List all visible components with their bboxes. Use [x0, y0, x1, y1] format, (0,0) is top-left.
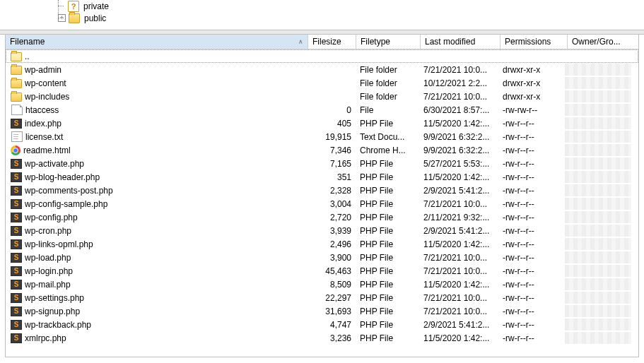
- txt-icon: [11, 131, 23, 142]
- file-owner: [565, 198, 631, 210]
- file-icon: [11, 105, 23, 115]
- file-row[interactable]: wp-includesFile folder7/21/2021 10:0...d…: [6, 90, 638, 103]
- file-row[interactable]: license.txt19,915Text Docu...9/9/2021 6:…: [6, 130, 638, 143]
- file-row[interactable]: wp-blog-header.php351PHP File11/5/2020 1…: [6, 170, 638, 184]
- php-icon: [11, 253, 22, 263]
- file-permissions: -rw-r--r--: [498, 238, 565, 250]
- file-modified: 9/9/2021 6:32:2...: [419, 144, 498, 156]
- directory-tree[interactable]: ? private + public: [0, 0, 644, 30]
- file-row[interactable]: wp-trackback.php4,747PHP File2/9/2021 5:…: [6, 318, 638, 331]
- file-name: wp-includes: [25, 92, 69, 102]
- file-row[interactable]: wp-login.php45,463PHP File7/21/2021 10:0…: [6, 264, 638, 278]
- file-row[interactable]: wp-config.php2,720PHP File2/11/2021 9:32…: [6, 210, 638, 224]
- file-size: 3,236: [308, 332, 356, 344]
- file-name: wp-content: [25, 78, 66, 88]
- file-permissions: -rw-r--r--: [498, 225, 565, 237]
- file-modified: 10/12/2021 2:2...: [419, 77, 498, 89]
- file-permissions: drwxr-xr-x: [498, 77, 565, 89]
- file-name: wp-activate.php: [25, 159, 84, 169]
- file-name: wp-settings.php: [25, 293, 84, 303]
- file-row[interactable]: wp-links-opml.php2,496PHP File11/5/2020 …: [6, 237, 638, 251]
- file-name: wp-signup.php: [25, 307, 80, 316]
- php-icon: [11, 213, 22, 222]
- file-name: wp-trackback.php: [25, 320, 91, 330]
- file-name: license.txt: [25, 132, 63, 142]
- file-owner: [565, 332, 631, 344]
- file-size: 2,720: [308, 211, 356, 223]
- file-type: PHP File: [356, 292, 419, 304]
- file-row[interactable]: wp-activate.php7,165PHP File5/27/2021 5:…: [6, 157, 638, 170]
- file-row[interactable]: wp-cron.php3,939PHP File2/9/2021 5:41:2.…: [6, 224, 638, 237]
- column-filename[interactable]: Filename∧: [6, 35, 308, 49]
- file-owner: [565, 225, 631, 237]
- file-type: Text Docu...: [356, 131, 419, 143]
- file-type: PHP File: [356, 157, 419, 169]
- file-row[interactable]: wp-load.php3,900PHP File7/21/2021 10:0..…: [6, 251, 638, 264]
- file-name: wp-admin: [25, 65, 62, 75]
- file-name: xmlrpc.php: [25, 333, 66, 343]
- sort-asc-icon: ∧: [298, 38, 303, 45]
- file-list-pane: Filename∧ Filesize Filetype Last modifie…: [5, 34, 639, 357]
- file-size: 31,693: [308, 305, 356, 317]
- file-type: PHP File: [356, 198, 419, 210]
- file-type: File: [356, 104, 419, 116]
- file-owner: [565, 144, 631, 156]
- file-list[interactable]: ..wp-adminFile folder7/21/2021 10:0...dr…: [6, 49, 638, 345]
- file-row[interactable]: ..: [6, 49, 638, 63]
- file-modified: 11/5/2020 1:42:...: [419, 278, 498, 290]
- file-size: 351: [308, 171, 356, 183]
- file-row[interactable]: wp-mail.php8,509PHP File11/5/2020 1:42:.…: [6, 278, 638, 291]
- column-permissions[interactable]: Permissions: [500, 35, 568, 49]
- file-type: PHP File: [356, 332, 419, 344]
- file-row[interactable]: wp-signup.php31,693PHP File7/21/2021 10:…: [6, 304, 638, 318]
- file-size: 4,747: [308, 319, 356, 331]
- file-type: PHP File: [356, 278, 419, 290]
- file-row[interactable]: wp-settings.php22,297PHP File7/21/2021 1…: [6, 291, 638, 304]
- file-type: PHP File: [356, 225, 419, 237]
- file-owner: [565, 117, 631, 129]
- file-owner: [565, 278, 631, 290]
- file-permissions: -rw-r--r--: [498, 265, 565, 277]
- file-type: PHP File: [356, 171, 419, 183]
- file-name: wp-load.php: [25, 253, 71, 263]
- file-name: wp-mail.php: [25, 280, 71, 290]
- file-permissions: -rw-r--r--: [498, 292, 565, 304]
- file-permissions: -rw-r--r--: [498, 198, 565, 210]
- file-row[interactable]: wp-contentFile folder10/12/2021 2:2...dr…: [6, 76, 638, 90]
- file-row[interactable]: htaccess0File6/30/2021 8:57:...-rw-rw-r-…: [6, 103, 638, 117]
- column-filesize[interactable]: Filesize: [308, 35, 356, 49]
- file-owner: [565, 157, 631, 169]
- file-permissions: -rw-r--r--: [498, 251, 565, 263]
- column-filetype[interactable]: Filetype: [356, 35, 421, 49]
- file-size: 3,900: [308, 251, 356, 263]
- file-permissions: -rw-r--r--: [498, 117, 565, 129]
- file-name: wp-cron.php: [25, 226, 71, 236]
- file-permissions: -rw-r--r--: [498, 184, 565, 196]
- column-modified[interactable]: Last modified: [421, 35, 500, 49]
- file-size: 405: [308, 117, 356, 129]
- file-size: 2,328: [308, 184, 356, 196]
- file-permissions: -rw-r--r--: [498, 211, 565, 223]
- folder-icon: [69, 13, 80, 23]
- file-modified: 2/11/2021 9:32:...: [419, 211, 498, 223]
- chrome-icon: [11, 145, 21, 155]
- file-row[interactable]: wp-adminFile folder7/21/2021 10:0...drwx…: [6, 63, 638, 76]
- file-type: PHP File: [356, 238, 419, 250]
- file-owner: [565, 50, 631, 62]
- file-name: readme.html: [23, 145, 71, 155]
- file-size: 3,004: [308, 198, 356, 210]
- file-row[interactable]: xmlrpc.php3,236PHP File11/5/2020 1:42:..…: [6, 331, 638, 345]
- tree-item-public[interactable]: public: [83, 13, 107, 23]
- file-modified: 11/5/2020 1:42:...: [419, 238, 498, 250]
- file-row[interactable]: index.php405PHP File11/5/2020 1:42:...-r…: [6, 117, 638, 130]
- file-row[interactable]: wp-comments-post.php2,328PHP File2/9/202…: [6, 184, 638, 197]
- file-type: Chrome H...: [356, 144, 419, 156]
- file-size: 19,915: [308, 131, 356, 143]
- file-permissions: [498, 50, 565, 62]
- file-size: 8,509: [308, 278, 356, 290]
- file-row[interactable]: readme.html7,346Chrome H...9/9/2021 6:32…: [6, 143, 638, 157]
- file-row[interactable]: wp-config-sample.php3,004PHP File7/21/20…: [6, 197, 638, 210]
- tree-item-private[interactable]: private: [82, 1, 110, 11]
- file-permissions: drwxr-xr-x: [498, 90, 565, 102]
- column-owner[interactable]: Owner/Gro...: [568, 35, 634, 49]
